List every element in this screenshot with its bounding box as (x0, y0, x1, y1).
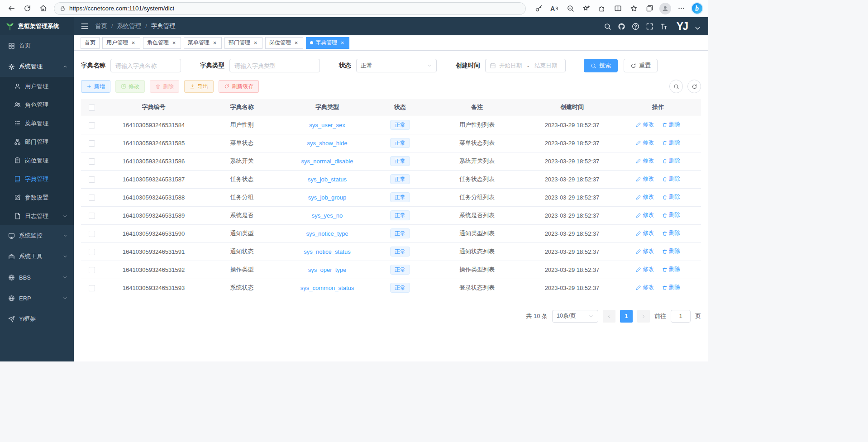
sidebar-item-dept-management[interactable]: 部门管理 (0, 133, 74, 151)
row-checkbox[interactable] (89, 176, 95, 183)
yj-logo[interactable]: YJ (677, 21, 687, 32)
fullscreen-icon[interactable] (646, 23, 653, 30)
page-size-select[interactable]: 10条/页 (552, 310, 598, 323)
dict-type-link[interactable]: sys_user_sex (309, 122, 345, 128)
row-checkbox[interactable] (89, 122, 95, 128)
row-delete-button[interactable]: 删除 (662, 121, 680, 128)
sidebar-item-yi-framework[interactable]: Yi框架 (0, 309, 74, 329)
more-icon[interactable] (673, 1, 689, 16)
app-logo[interactable]: 意框架管理系统 (0, 17, 74, 35)
search-button[interactable]: 搜索 (584, 59, 618, 72)
split-screen-icon[interactable] (610, 1, 625, 16)
row-delete-button[interactable]: 删除 (662, 266, 680, 273)
collections-icon[interactable] (642, 1, 657, 16)
add-button[interactable]: 新增 (81, 80, 110, 93)
prev-page-button[interactable] (603, 310, 615, 323)
bing-icon[interactable]: b (689, 1, 705, 16)
dict-type-link[interactable]: sys_normal_disable (301, 158, 353, 165)
date-range-picker[interactable]: 开始日期 - 结束日期 (485, 59, 566, 72)
row-edit-button[interactable]: 修改 (636, 157, 654, 165)
page-number-button[interactable]: 1 (620, 310, 633, 323)
row-checkbox[interactable] (89, 249, 95, 255)
refresh-table-button[interactable] (687, 80, 701, 93)
home-button[interactable] (35, 1, 51, 16)
sidebar-item-role-management[interactable]: 角色管理 (0, 95, 74, 114)
row-delete-button[interactable]: 删除 (662, 193, 680, 201)
favorite-add-icon[interactable] (578, 1, 594, 16)
close-icon[interactable]: × (339, 40, 345, 46)
sidebar-item-user-management[interactable]: 用户管理 (0, 77, 74, 95)
row-edit-button[interactable]: 修改 (636, 284, 654, 291)
row-edit-button[interactable]: 修改 (636, 139, 654, 147)
breadcrumb-system[interactable]: 系统管理 (117, 22, 141, 30)
row-edit-button[interactable]: 修改 (636, 193, 654, 201)
tab-menu-management[interactable]: 菜单管理× (184, 37, 222, 49)
close-icon[interactable]: × (171, 40, 177, 46)
row-checkbox[interactable] (89, 213, 95, 219)
zoom-out-icon[interactable] (563, 1, 578, 16)
row-edit-button[interactable]: 修改 (636, 266, 654, 273)
question-icon[interactable] (632, 23, 639, 30)
close-icon[interactable]: × (130, 40, 136, 46)
select-all-checkbox[interactable] (89, 105, 95, 111)
dict-type-link[interactable]: sys_notice_type (306, 230, 348, 237)
row-checkbox[interactable] (89, 158, 95, 165)
edit-button[interactable]: 修改 (115, 80, 145, 93)
row-checkbox[interactable] (89, 285, 95, 291)
read-aloud-icon[interactable]: A (547, 1, 562, 16)
tab-dict-management[interactable]: 字典管理× (306, 37, 349, 49)
row-edit-button[interactable]: 修改 (636, 247, 654, 255)
dict-type-link[interactable]: sys_job_group (308, 194, 347, 201)
tab-home[interactable]: 首页 (81, 37, 100, 49)
row-checkbox[interactable] (89, 267, 95, 273)
tab-user-management[interactable]: 用户管理× (102, 37, 140, 49)
back-button[interactable] (4, 1, 19, 16)
sidebar-item-bbs[interactable]: BBS (0, 267, 74, 288)
sidebar-item-system-tools[interactable]: 系统工具 (0, 246, 74, 267)
favorites-icon[interactable] (626, 1, 641, 16)
dict-type-link[interactable]: sys_show_hide (307, 140, 348, 147)
tab-dept-management[interactable]: 部门管理× (224, 37, 262, 49)
row-edit-button[interactable]: 修改 (636, 121, 654, 128)
row-delete-button[interactable]: 删除 (662, 229, 680, 237)
toggle-search-button[interactable] (669, 80, 683, 93)
row-checkbox[interactable] (89, 195, 95, 201)
sidebar-item-system-monitor[interactable]: 系统监控 (0, 225, 74, 246)
close-icon[interactable]: × (293, 40, 299, 46)
row-edit-button[interactable]: 修改 (636, 211, 654, 219)
github-icon[interactable] (618, 23, 625, 30)
sidebar-item-menu-management[interactable]: 菜单管理 (0, 114, 74, 133)
sidebar-item-param-settings[interactable]: 参数设置 (0, 188, 74, 207)
reset-button[interactable]: 重置 (624, 59, 658, 72)
row-checkbox[interactable] (89, 140, 95, 147)
export-button[interactable]: 导出 (184, 80, 214, 93)
dict-type-link[interactable]: sys_notice_status (304, 248, 350, 255)
dict-type-link[interactable]: sys_yes_no (312, 212, 343, 219)
dict-type-link[interactable]: sys_oper_type (308, 266, 347, 273)
sidebar-item-system-management[interactable]: 系统管理 (0, 56, 74, 77)
tab-role-management[interactable]: 角色管理× (143, 37, 181, 49)
row-edit-button[interactable]: 修改 (636, 175, 654, 183)
browser-refresh-button[interactable] (19, 1, 35, 16)
address-bar[interactable]: https://ccnetcore.com:1101/system/dict (54, 2, 526, 15)
sidebar-item-dict-management[interactable]: 字典管理 (0, 170, 74, 188)
sidebar-item-erp[interactable]: ERP (0, 288, 74, 309)
row-checkbox[interactable] (89, 231, 95, 237)
status-select[interactable]: 正常 (356, 59, 437, 72)
goto-page-input[interactable] (671, 310, 691, 323)
row-delete-button[interactable]: 删除 (662, 157, 680, 165)
sidebar-item-post-management[interactable]: 岗位管理 (0, 151, 74, 170)
sidebar-item-log-management[interactable]: 日志管理 (0, 207, 74, 225)
refresh-cache-button[interactable]: 刷新缓存 (219, 80, 259, 93)
next-page-button[interactable] (637, 310, 650, 323)
row-delete-button[interactable]: 删除 (662, 175, 680, 183)
sidebar-item-home[interactable]: 首页 (0, 35, 74, 56)
profile-avatar[interactable] (658, 1, 673, 16)
row-edit-button[interactable]: 修改 (636, 229, 654, 237)
dict-type-link[interactable]: sys_common_status (300, 285, 354, 291)
row-delete-button[interactable]: 删除 (662, 284, 680, 291)
close-icon[interactable]: × (212, 40, 218, 46)
dict-name-input[interactable] (110, 59, 181, 72)
close-icon[interactable]: × (253, 40, 258, 46)
extensions-icon[interactable] (594, 1, 610, 16)
